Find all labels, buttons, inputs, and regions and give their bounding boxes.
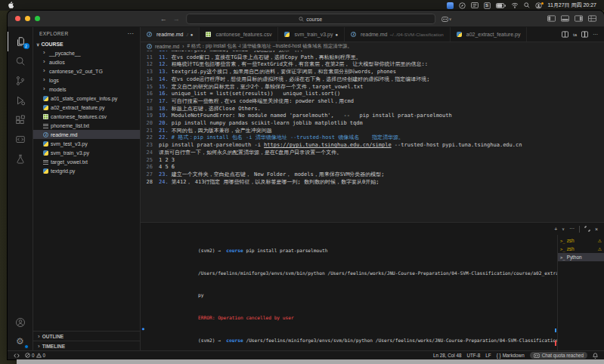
- language-label: Markdown: [503, 353, 525, 358]
- customize-layout-icon[interactable]: [588, 15, 596, 22]
- editor-lines: 10 10. miniforge3, mamba, conda 可以混用, 效果…: [141, 51, 604, 186]
- tab-label: readme.md: [361, 32, 387, 37]
- file-icon: [43, 124, 48, 128]
- encoding[interactable]: UTF-8: [466, 353, 480, 358]
- s-app-icon[interactable]: S: [484, 2, 491, 9]
- modified-dot-icon[interactable]: ●: [335, 32, 338, 37]
- copilot-icon[interactable]: ∨: [441, 17, 452, 22]
- eol-indicator[interactable]: LF: [485, 353, 491, 358]
- extensions-activity-icon[interactable]: [8, 110, 33, 130]
- file-tree-item[interactable]: textgrid.py: [33, 166, 140, 175]
- remote-explorer-activity-icon[interactable]: [8, 130, 33, 150]
- bell-icon[interactable]: [593, 353, 598, 359]
- close-window-button[interactable]: [15, 16, 20, 21]
- tab-label: cantonese_features.csv: [215, 32, 271, 37]
- scrollbar-decoration-red: [555, 341, 556, 346]
- explorer-activity-icon[interactable]: 2: [8, 32, 33, 51]
- breadcrumb[interactable]: readme.md › # 格式：pip install 包名 -i 清华镜像地…: [141, 42, 604, 51]
- markdown-preview-icon[interactable]: [562, 31, 568, 38]
- file-tree-item[interactable]: › models: [33, 85, 140, 94]
- language-mode[interactable]: { } Markdown: [497, 353, 525, 358]
- terminal-icon: >_: [560, 239, 565, 243]
- battery-icon[interactable]: [496, 3, 506, 8]
- timeline-section[interactable]: › TIMELINE: [33, 341, 140, 350]
- terminal-list-item[interactable]: >_ zsh ⚠: [558, 245, 604, 253]
- testing-activity-icon[interactable]: [8, 150, 33, 169]
- workspace-root-folder[interactable]: ∨ COURSE: [33, 39, 140, 48]
- forward-button[interactable]: →: [173, 15, 180, 23]
- run-debug-activity-icon[interactable]: [8, 91, 33, 110]
- file-name: audios: [49, 60, 65, 65]
- breadcrumb-file[interactable]: readme.md: [155, 44, 179, 49]
- file-tree-item[interactable]: › logs: [33, 76, 140, 85]
- file-tree-item[interactable]: › __pycache__: [33, 48, 140, 57]
- maximize-panel-icon[interactable]: [584, 226, 590, 232]
- line-number: 25: [141, 157, 159, 165]
- toggle-secondary-sidebar-icon[interactable]: [575, 15, 583, 22]
- editor-tab[interactable]: readme.md ./ ●: [141, 27, 200, 42]
- problems-indicator[interactable]: 0 0: [25, 353, 45, 358]
- file-tree-item[interactable]: cantonese_features.csv: [33, 112, 140, 121]
- explorer-more-actions[interactable]: ⋯: [128, 30, 134, 37]
- account-icon[interactable]: [8, 313, 33, 332]
- source-control-activity-icon[interactable]: [8, 71, 33, 91]
- editor-tab[interactable]: svm_train_v3.py ●: [278, 27, 345, 42]
- status-bar: 0 0 Ln 28, Col 48 UTF-8 LF { } Markdown …: [8, 350, 604, 359]
- file-tree-item[interactable]: readme.md: [33, 130, 140, 139]
- file-tree-item[interactable]: › audios: [33, 57, 140, 66]
- file-tree-item[interactable]: target_vowel.txt: [33, 157, 140, 166]
- compass-icon[interactable]: [459, 2, 466, 9]
- tray-app-icon[interactable]: [447, 2, 454, 9]
- gear-glyph: ⚙: [16, 337, 24, 346]
- split-editor-icon[interactable]: [581, 31, 588, 38]
- settings-gear-icon[interactable]: ⚙: [8, 332, 33, 350]
- outline-label: OUTLINE: [42, 334, 64, 339]
- editor-tab[interactable]: cantonese_features.csv: [200, 27, 278, 42]
- remote-indicator[interactable]: [14, 353, 20, 359]
- panel-more-actions-icon[interactable]: ⋯: [569, 226, 575, 232]
- toggle-primary-sidebar-icon[interactable]: [547, 15, 556, 22]
- copilot-chevron: ∨: [449, 17, 452, 21]
- more-actions-icon[interactable]: ⋯: [593, 32, 598, 38]
- warning-icon: ⚠: [598, 238, 602, 243]
- terminal-list-item[interactable]: >_ zsh ⚠: [558, 236, 604, 245]
- window-tray-icon[interactable]: [471, 2, 479, 8]
- file-tree-item[interactable]: a01_stats_complex_infos.py: [33, 94, 140, 103]
- terminal-profile-chevron-icon[interactable]: ∨: [562, 227, 565, 231]
- zoom-window-button[interactable]: [35, 16, 40, 21]
- line-text: 14. 在vs code运行程序时，想使用目标的虚拟环境，必须在右下角，选择已经…: [159, 76, 430, 84]
- editor-pane[interactable]: 10 10. miniforge3, mamba, conda 可以混用, 效果…: [141, 51, 604, 222]
- divider: [579, 226, 580, 233]
- file-tree-item[interactable]: svm_test_v3.py: [33, 139, 140, 148]
- wifi-icon[interactable]: [511, 2, 519, 8]
- new-terminal-icon[interactable]: +: [554, 227, 557, 232]
- editor-line: 22 22. # 格式：pip install 包名 -i 清华镜像地址 --t…: [141, 134, 604, 142]
- editor-tab[interactable]: readme.md ~/../04-SVM-Classification: [345, 27, 451, 42]
- file-tree-item[interactable]: phoneme_list.txt: [33, 121, 140, 130]
- toggle-panel-icon[interactable]: [561, 15, 569, 22]
- menu-bar-clock[interactable]: 11月27日 周四 20:27: [548, 2, 596, 9]
- file-tree-item[interactable]: svm_train_v3.py: [33, 148, 140, 157]
- file-tree-item[interactable]: › cantonese_v2_out_TG: [33, 66, 140, 76]
- apple-menu-icon[interactable]: [8, 2, 14, 9]
- ta-action-icon[interactable]: ta: [573, 32, 577, 37]
- minimize-window-button[interactable]: [25, 16, 30, 21]
- terminal-output[interactable]: (svm2) → course pip install praat-parsel…: [141, 235, 557, 350]
- breadcrumb-section[interactable]: # 格式：pip install 包名 -i 清华镜像地址 --trusted-…: [187, 43, 352, 50]
- terminal-list-item[interactable]: >_ Python: [558, 253, 604, 261]
- back-button[interactable]: ←: [160, 15, 167, 23]
- search-icon[interactable]: [524, 2, 530, 8]
- editor-tab[interactable]: a02_extract_feature.py: [451, 27, 528, 42]
- command-decoration-dot[interactable]: ●: [142, 326, 144, 332]
- cursor-position[interactable]: Ln 28, Col 48: [433, 353, 461, 358]
- user-switch-icon[interactable]: [535, 2, 542, 9]
- command-center-search[interactable]: course: [186, 14, 435, 24]
- outline-section[interactable]: › OUTLINE: [33, 331, 140, 341]
- search-activity-icon[interactable]: [8, 51, 33, 71]
- close-panel-icon[interactable]: ×: [595, 227, 598, 232]
- line-number: 21: [141, 128, 159, 135]
- file-tree-item[interactable]: a02_extract_feature.py: [33, 103, 140, 112]
- breadcrumb-separator: ›: [182, 44, 184, 49]
- chat-quota-status[interactable]: Chat quota reached: [530, 352, 587, 359]
- modified-dot-icon[interactable]: ●: [190, 32, 194, 37]
